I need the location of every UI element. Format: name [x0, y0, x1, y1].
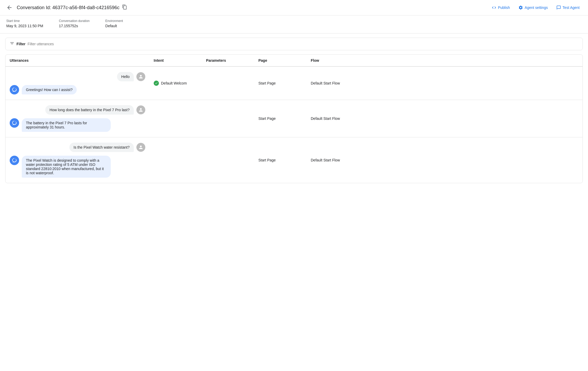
agent-avatar-1 — [10, 118, 19, 128]
filter-input[interactable] — [27, 42, 578, 46]
user-message-1: How long does the battery in the Pixel 7… — [10, 105, 145, 115]
agent-bubble-0: Greetings! How can I assist? — [22, 85, 77, 94]
user-avatar-1 — [136, 105, 145, 114]
publish-button[interactable]: Publish — [489, 3, 513, 12]
intent-cell-0: Default Welcom — [149, 76, 202, 90]
user-bubble-1: How long does the battery in the Pixel 7… — [45, 105, 134, 115]
col-intent: Intent — [149, 55, 202, 66]
meta-duration: Conversation duration 17.155752s — [59, 19, 90, 28]
col-page: Page — [254, 55, 307, 66]
header: Conversation Id: 46377c-a56-8f4-da8-c421… — [0, 0, 588, 15]
header-actions: Publish Agent settings Test Agent — [489, 3, 583, 12]
utterances-cell-0: Hello Greetings! How can I assist? — [5, 67, 149, 100]
intent-cell-1 — [149, 114, 202, 123]
user-bubble-0: Hello — [117, 72, 134, 81]
col-utterances: Utterances — [5, 55, 149, 66]
flow-cell-2: Default Start Flow — [307, 154, 583, 166]
user-avatar-0 — [136, 72, 145, 81]
col-flow: Flow — [307, 55, 583, 66]
utterances-cell-1: How long does the battery in the Pixel 7… — [5, 100, 149, 137]
intent-cell-2 — [149, 156, 202, 164]
filter-label: Filter — [16, 42, 25, 46]
filter-bar: Filter — [5, 38, 583, 50]
user-message-2: Is the Pixel Watch water resistant? — [10, 143, 145, 152]
test-agent-button[interactable]: Test Agent — [553, 3, 583, 12]
intent-check-icon-0 — [154, 81, 159, 86]
chat-container-2: Is the Pixel Watch water resistant? The … — [10, 143, 145, 178]
back-button[interactable] — [5, 3, 14, 12]
chat-container-0: Hello Greetings! How can I assist? — [10, 72, 145, 94]
user-bubble-2: Is the Pixel Watch water resistant? — [69, 143, 134, 152]
meta-bar: Start time May 9, 2023 11:50 PM Conversa… — [0, 15, 588, 33]
filter-icon — [10, 41, 14, 47]
agent-avatar-0 — [10, 85, 19, 94]
agent-message-1: The battery in the Pixel 7 Pro lasts for… — [10, 118, 145, 132]
chat-container-1: How long does the battery in the Pixel 7… — [10, 105, 145, 132]
page-title: Conversation Id: 46377c-a56-8f4-da8-c421… — [17, 4, 485, 11]
page-cell-1: Start Page — [254, 112, 307, 125]
flow-cell-1: Default Start Flow — [307, 112, 583, 125]
agent-bubble-1: The battery in the Pixel 7 Pro lasts for… — [22, 118, 111, 132]
agent-avatar-2 — [10, 156, 19, 165]
table-header: Utterances Intent Parameters Page Flow — [5, 55, 583, 67]
conversation-table: Utterances Intent Parameters Page Flow H… — [5, 54, 583, 183]
agent-bubble-2: The Pixel Watch is designed to comply wi… — [22, 156, 111, 178]
parameters-cell-1 — [202, 114, 254, 123]
user-message-0: Hello — [10, 72, 145, 81]
parameters-cell-0 — [202, 79, 254, 87]
col-parameters: Parameters — [202, 55, 254, 66]
user-avatar-2 — [136, 143, 145, 152]
flow-cell-0: Default Start Flow — [307, 77, 583, 89]
page-cell-0: Start Page — [254, 77, 307, 89]
agent-message-0: Greetings! How can I assist? — [10, 85, 145, 94]
agent-settings-button[interactable]: Agent settings — [515, 3, 551, 12]
table-row: Is the Pixel Watch water resistant? The … — [5, 137, 583, 183]
table-row: Hello Greetings! How can I assist? — [5, 67, 583, 100]
meta-environment: Environment Default — [105, 19, 123, 28]
meta-start-time: Start time May 9, 2023 11:50 PM — [6, 19, 43, 28]
table-row: How long does the battery in the Pixel 7… — [5, 100, 583, 137]
copy-icon[interactable] — [122, 4, 127, 11]
page-cell-2: Start Page — [254, 154, 307, 166]
agent-message-2: The Pixel Watch is designed to comply wi… — [10, 156, 145, 178]
utterances-cell-2: Is the Pixel Watch water resistant? The … — [5, 137, 149, 183]
parameters-cell-2 — [202, 156, 254, 164]
